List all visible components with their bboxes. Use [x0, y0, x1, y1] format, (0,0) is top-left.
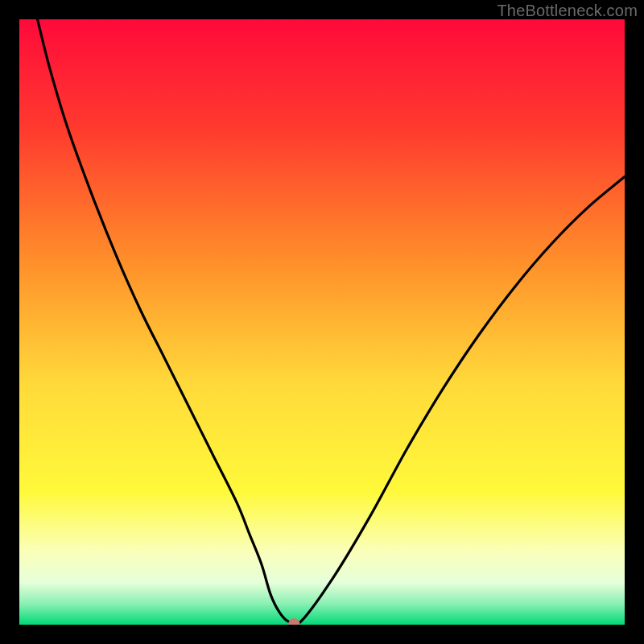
watermark-text: TheBottleneck.com	[497, 2, 638, 20]
chart-svg	[19, 19, 625, 625]
gradient-background	[19, 19, 625, 625]
chart-frame: TheBottleneck.com	[0, 0, 644, 644]
plot-area	[19, 19, 625, 625]
